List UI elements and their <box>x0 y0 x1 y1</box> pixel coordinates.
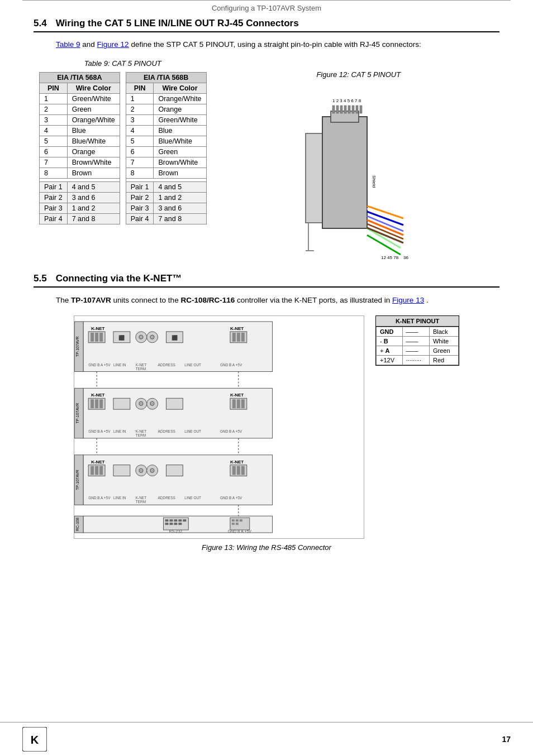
table-row: 2Orange <box>126 104 206 115</box>
svg-text:⬛: ⬛ <box>172 334 178 341</box>
svg-text:GND B A +5V: GND B A +5V <box>220 362 242 366</box>
svg-text:LINE OUT: LINE OUT <box>184 429 201 433</box>
figure-13-container: TP-107AVR K-NET ⬛ ⚙ <box>39 315 494 552</box>
table9-link[interactable]: Table 9 <box>56 40 80 49</box>
svg-rect-127 <box>232 519 235 521</box>
svg-rect-72 <box>232 399 236 408</box>
table-row: 4Blue <box>126 126 206 136</box>
svg-text:K-NET: K-NET <box>230 393 244 398</box>
svg-rect-69 <box>166 398 183 409</box>
table-row: +12V ········· Red <box>377 355 459 365</box>
svg-text:GND B A +5V: GND B A +5V <box>88 429 111 433</box>
svg-text:RC-108: RC-108 <box>75 518 79 531</box>
pin-header-a: PIN <box>40 83 68 94</box>
table-row: 1Orange/White <box>126 94 206 104</box>
svg-text:TERM: TERM <box>136 366 146 370</box>
svg-rect-128 <box>236 519 239 521</box>
page-header: Configuring a TP-107AVR System <box>0 4 533 12</box>
svg-text:⚙: ⚙ <box>138 466 144 474</box>
section-54-heading: 5.4 Wiring the CAT 5 LINE IN/LINE OUT RJ… <box>34 18 499 32</box>
table-row: 2Green <box>40 104 120 115</box>
figure12-link[interactable]: Figure 12 <box>97 40 129 49</box>
svg-rect-47 <box>241 333 245 342</box>
section-55-title: Connecting via the K-NET™ <box>56 273 182 284</box>
svg-text:⚙: ⚙ <box>138 333 144 341</box>
svg-rect-131 <box>236 523 239 525</box>
svg-rect-1 <box>322 117 367 228</box>
section-55: 5.5 Connecting via the K-NET™ The TP-107… <box>34 273 499 552</box>
svg-text:GND B A +5V: GND B A +5V <box>88 496 111 500</box>
table-row: 4Blue <box>40 126 120 136</box>
eia568a-table: EIA /TIA 568A PIN Wire Color 1Green/Whit… <box>39 72 120 224</box>
controller1-name: RC-108 <box>180 296 207 304</box>
svg-text:LINE OUT: LINE OUT <box>184 362 201 366</box>
svg-rect-129 <box>240 519 242 521</box>
kramer-logo: K <box>22 727 47 752</box>
svg-rect-124 <box>178 523 182 525</box>
wire-header-a: Wire Color <box>67 83 120 94</box>
eia568b-table: EIA /TIA 568B PIN Wire Color 1Orange/Whi… <box>126 72 207 224</box>
svg-rect-5 <box>340 106 342 113</box>
svg-rect-46 <box>237 333 240 342</box>
controller2-name: RC-116 <box>209 296 235 304</box>
knet-diagram-row: TP-107AVR K-NET ⬛ ⚙ <box>74 315 459 539</box>
svg-text:LINE IN: LINE IN <box>113 362 126 366</box>
svg-rect-116 <box>165 519 168 521</box>
pin-header-b: PIN <box>126 83 154 94</box>
svg-rect-97 <box>166 465 183 476</box>
figure13-caption: Figure 13: Wiring the RS-485 Connector <box>202 543 331 552</box>
section-55-intro: The TP-107AVR units connect to the RC-10… <box>56 294 477 307</box>
eia568b-header: EIA /TIA 568B <box>126 73 206 83</box>
svg-text:TERM: TERM <box>136 433 146 437</box>
header-text: Configuring a TP-107AVR System <box>212 4 321 12</box>
svg-text:K-NET: K-NET <box>136 429 146 433</box>
svg-line-16 <box>367 206 403 218</box>
svg-rect-100 <box>232 466 236 475</box>
figure13-link[interactable]: Figure 13 <box>392 296 424 304</box>
svg-rect-0 <box>306 133 322 223</box>
svg-text:GND B A +5V: GND B A +5V <box>220 429 242 433</box>
svg-rect-7 <box>348 106 350 113</box>
svg-text:TP-107AVR: TP-107AVR <box>75 470 79 490</box>
svg-text:ADDRESS: ADDRESS <box>158 362 176 366</box>
svg-rect-61 <box>91 399 94 408</box>
svg-rect-121 <box>165 523 168 525</box>
table-row: GND —— Black <box>377 327 459 336</box>
svg-rect-101 <box>237 466 240 475</box>
svg-line-22 <box>367 228 403 243</box>
table-row: 3Green/White <box>126 115 206 126</box>
device-name: TP-107AVR <box>71 296 111 304</box>
table-row: 1Green/White <box>40 94 120 104</box>
svg-text:GND B A +5V: GND B A +5V <box>220 496 242 500</box>
svg-rect-118 <box>174 519 177 521</box>
svg-rect-33 <box>95 333 98 342</box>
section-54-title: Wiring the CAT 5 LINE IN/LINE OUT RJ-45 … <box>56 18 299 29</box>
eia568a-header: EIA /TIA 568A <box>40 73 120 83</box>
svg-rect-130 <box>232 523 235 525</box>
svg-rect-3 <box>332 106 335 113</box>
knet-pinout-table: GND —— Black - B —— White + A <box>376 327 459 365</box>
rj45-diagram: 1 2 3 4 5 6 7 8 Shield <box>300 89 417 262</box>
svg-text:K-NET: K-NET <box>136 496 146 500</box>
knet-wiring-diagram: TP-107AVR K-NET ⬛ ⚙ <box>74 315 364 539</box>
figure-section: Figure 12: CAT 5 PINOUT <box>223 59 494 262</box>
svg-text:⚙: ⚙ <box>138 400 144 408</box>
svg-text:K-NET: K-NET <box>230 460 244 465</box>
svg-text:TP-107AVR: TP-107AVR <box>75 403 79 424</box>
svg-text:ADDRESS: ADDRESS <box>158 496 176 500</box>
svg-text:K-NET: K-NET <box>91 460 104 465</box>
svg-text:⚙: ⚙ <box>149 466 155 474</box>
footer: K 17 <box>0 722 533 756</box>
pair-row: Pair 47 and 8 <box>126 214 206 224</box>
svg-text:Shield: Shield <box>372 175 377 188</box>
table-figure-row: Table 9: CAT 5 PINOUT EIA /TIA 568A PIN … <box>39 59 494 262</box>
table-row: 3Orange/White <box>40 115 120 126</box>
table-row: + A —— Green <box>377 346 459 355</box>
svg-rect-90 <box>95 466 98 475</box>
knet-pinout-title: K-NET PINOUT <box>376 316 459 327</box>
table-row: 5Blue/White <box>40 136 120 147</box>
svg-rect-9 <box>356 106 358 113</box>
pair-row: Pair 47 and 8 <box>40 214 120 224</box>
svg-rect-91 <box>99 466 103 475</box>
pair-row: Pair 21 and 2 <box>126 193 206 203</box>
